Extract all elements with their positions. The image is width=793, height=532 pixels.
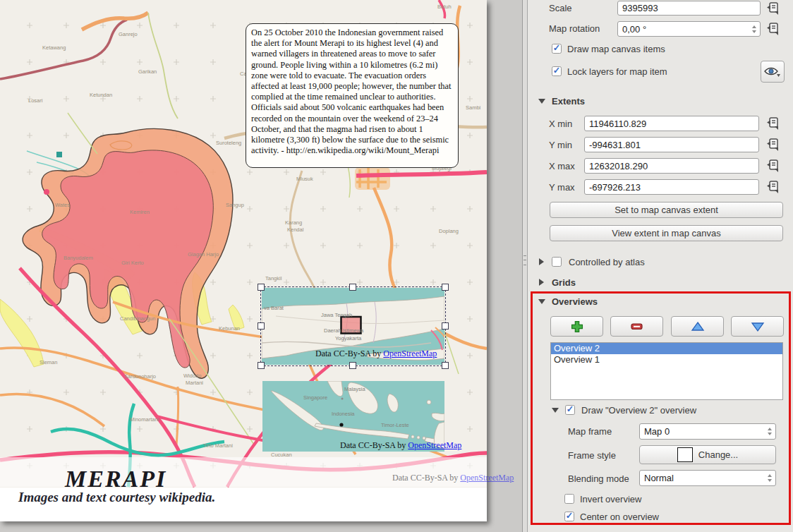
xmax-label: X max [549, 161, 575, 171]
map-place-label: Kemiren [130, 209, 150, 215]
up-triangle-icon [691, 321, 705, 332]
atlas-collapse-arrow[interactable] [539, 258, 544, 265]
xmin-input[interactable]: 11946110.829 [584, 116, 759, 131]
selection-handle-ne[interactable] [442, 284, 449, 291]
lock-layers-label: Lock layers for map item [567, 66, 667, 77]
map-place-label: Singapore [303, 394, 327, 401]
center-on-overview-checkbox[interactable]: ✓ [564, 512, 574, 521]
ymax-label: Y max [549, 182, 575, 193]
overviews-collapse-arrow[interactable] [538, 299, 545, 304]
invert-overview-label: Invert overview [580, 494, 641, 504]
map-subtitle[interactable]: Images and text courtesy wikipedia. [18, 490, 215, 505]
attribution-text: Data CC-By-SA by [392, 473, 460, 483]
invert-overview-checkbox[interactable] [564, 494, 574, 504]
selection-handle-n[interactable] [349, 284, 356, 291]
plus-icon [571, 320, 583, 333]
draw-overview-checkbox[interactable]: ✓ [565, 405, 575, 415]
map-place-label: Giri Kerto [121, 260, 144, 266]
set-to-map-canvas-extent-button[interactable]: Set to map canvas extent [550, 202, 783, 218]
lock-layers-checkbox[interactable]: ✓ [552, 66, 562, 76]
blending-mode-label: Blending mode [568, 473, 629, 484]
data-defined-override-icon [765, 1, 780, 16]
ymin-override-button[interactable] [765, 138, 780, 152]
overview-map-item-1[interactable]: va BaratJawa TengahDaerah IstimewaYogyak… [262, 288, 444, 365]
layer-visibility-preset-button[interactable] [761, 61, 785, 83]
map-place-label: Suroteleng [216, 140, 241, 146]
move-overview-down-button[interactable] [731, 316, 784, 337]
data-defined-override-icon [765, 159, 780, 173]
xmax-override-button[interactable] [765, 159, 780, 173]
overview-list-item[interactable]: Overview 2 [551, 343, 782, 354]
grids-collapse-arrow[interactable] [539, 279, 544, 286]
map-frame-spinner[interactable] [764, 424, 775, 439]
rotation-override-button[interactable] [765, 22, 780, 36]
map-rotation-label: Map rotation [549, 23, 600, 34]
scale-input[interactable]: 9395993 [617, 1, 761, 16]
overviews-list[interactable]: Overview 2Overview 1 [550, 342, 783, 400]
splitter-grip[interactable] [523, 255, 526, 265]
scale-override-button[interactable] [765, 1, 780, 16]
panel-splitter[interactable] [522, 0, 528, 532]
openstreetmap-link[interactable]: OpenStreetMap [383, 349, 437, 358]
blending-mode-value: Normal [644, 473, 764, 483]
merapi-location-dot [339, 423, 343, 426]
map-place-label: Martani [186, 380, 203, 386]
frame-style-change-label: Change... [698, 449, 738, 460]
xmax-input[interactable]: 12632018.290 [584, 158, 759, 174]
map-title[interactable]: MERAPI [65, 466, 167, 492]
draw-map-canvas-items-checkbox[interactable]: ✓ [552, 44, 562, 54]
overview-list-item[interactable]: Overview 1 [551, 354, 782, 365]
attribution-text: Data CC-By-SA by [340, 440, 408, 450]
overview-map-item-2[interactable]: SingaporeMalaysiaIndonesiaTimor-Leste Da… [262, 381, 444, 452]
blending-mode-combobox[interactable]: Normal [639, 470, 776, 486]
controlled-by-atlas-label: Controlled by atlas [569, 257, 645, 267]
map-place-label: Minomartani [130, 416, 159, 423]
move-overview-up-button[interactable] [671, 316, 724, 337]
map-place-label: Karang [285, 219, 302, 226]
wikipedia-note-item[interactable]: On 25 October 2010 the Indonesian govern… [246, 23, 459, 168]
map-place-label: Kendal [287, 226, 304, 233]
rotation-spinner[interactable] [749, 22, 760, 36]
openstreetmap-link[interactable]: OpenStreetMap [460, 473, 514, 483]
map-frame-value: Map 0 [644, 426, 764, 437]
add-overview-button[interactable] [550, 316, 603, 337]
selection-handle-s[interactable] [349, 362, 356, 369]
map-place-label: Ketawang [42, 44, 66, 51]
water-spot [56, 152, 62, 157]
openstreetmap-link[interactable]: OpenStreetMap [408, 440, 461, 450]
scale-value: 9395993 [622, 3, 760, 13]
ymin-value: -994631.801 [589, 140, 758, 150]
map-place-label: Widodo [183, 373, 201, 379]
data-defined-override-icon [765, 180, 780, 194]
xmin-value: 11946110.829 [589, 119, 758, 129]
view-extent-in-map-canvas-button[interactable]: View extent in map canvas [550, 225, 783, 241]
frame-style-label: Frame style [568, 450, 616, 461]
xmin-override-button[interactable] [765, 116, 780, 131]
selection-handle-e[interactable] [442, 322, 449, 330]
selection-handle-sw[interactable] [258, 362, 265, 369]
map-place-label: Wates [55, 202, 70, 208]
map-place-label: Kebunan [219, 325, 240, 332]
map-rotation-value: 0,00 ° [622, 24, 749, 35]
extents-collapse-arrow[interactable] [538, 99, 545, 104]
blending-mode-spinner[interactable] [764, 471, 775, 485]
xmax-value: 12632018.290 [589, 161, 758, 171]
selection-handle-nw[interactable] [258, 284, 265, 291]
ymin-input[interactable]: -994631.801 [584, 137, 759, 152]
map-rotation-input[interactable]: 0,00 ° [617, 21, 761, 37]
frame-style-change-button[interactable]: Change... [639, 445, 776, 464]
inset1-attribution: Data CC-By-SA by OpenStreetMap [315, 349, 437, 359]
data-defined-override-icon [765, 22, 780, 36]
ymin-label: Y min [549, 140, 572, 150]
draw-overview-collapse-arrow[interactable] [552, 408, 559, 413]
map-frame-combobox[interactable]: Map 0 [639, 423, 776, 440]
ymax-input[interactable]: -697926.213 [584, 179, 759, 195]
data-defined-override-icon [765, 138, 780, 152]
map-place-label: Banyudalem [63, 255, 93, 261]
controlled-by-atlas-checkbox[interactable] [552, 257, 562, 267]
ymax-override-button[interactable] [765, 180, 780, 194]
map-place-label: Sambi [466, 104, 481, 111]
remove-overview-button[interactable] [610, 316, 663, 337]
selection-handle-w[interactable] [258, 322, 265, 330]
selection-handle-se[interactable] [442, 362, 449, 369]
